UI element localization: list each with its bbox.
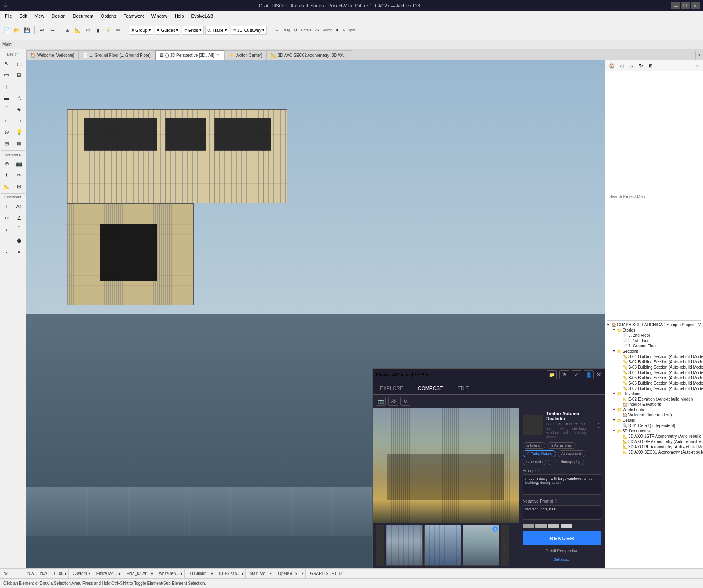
left-tool-label[interactable]: A↑ [13, 201, 25, 212]
left-tool-orbit[interactable]: ⊕ [1, 158, 12, 169]
evolve-tab-edit[interactable]: EDIT [450, 383, 476, 394]
left-tool-camera[interactable]: 📷 [13, 158, 25, 169]
menu-item-document[interactable]: Document [70, 13, 97, 19]
tab-action-center[interactable]: ⚡ [Action Center] [224, 50, 267, 60]
tree-interior-elevations[interactable]: 🏠 Interior Elevations [605, 402, 703, 407]
status-graphisoft-id[interactable]: GRAPHISOFT ID [308, 569, 343, 578]
style-more-btn[interactable]: ⋮ [596, 422, 601, 428]
left-tool-mesh[interactable]: ⊞ [1, 138, 12, 149]
rp-refresh-btn[interactable]: ↻ [636, 62, 645, 70]
tab-ground-floor[interactable]: 📄 1. Ground Floor [1. Ground Floor] [79, 50, 155, 60]
tag-film-photography[interactable]: Film Photography [548, 459, 584, 465]
left-tool-section[interactable]: ✂ [13, 169, 25, 180]
tree-root[interactable]: ▼ 🏠 GRAPHISOFT ARCHICAD Sample Project -… [605, 322, 703, 327]
left-tool-curtainwall[interactable]: ⊟ [13, 69, 25, 80]
tree-worksheets[interactable]: ▼ 📁 Worksheets [605, 407, 703, 412]
cutaway-dropdown[interactable]: ✂ 3D Cutaway ▾ [231, 26, 267, 35]
prompt-help-icon[interactable]: ? [537, 468, 540, 473]
menu-item-design[interactable]: Design [48, 13, 69, 19]
left-tool-poly[interactable]: ⬟ [13, 235, 25, 246]
toolbar-new[interactable]: 📄 [2, 26, 11, 35]
tree-s05[interactable]: 📏 S-05 Building Section (Auto-rebuild Mo… [605, 375, 703, 381]
toolbar-redo[interactable]: ↪ [47, 26, 57, 35]
tree-elevations[interactable]: ▼ 📁 Elevations [605, 391, 703, 396]
building-arrow[interactable]: ▾ [211, 571, 213, 576]
toolbar-open[interactable]: 📂 [12, 26, 22, 35]
guides-dropdown[interactable]: ⊕ Guides ▾ [155, 26, 181, 35]
toolbar-wireframe[interactable]: ▭ [83, 26, 93, 35]
tree-3d-axo-gf[interactable]: 📐 3D AXO GF Axonometry (Auto-rebuild Mod… [605, 439, 703, 444]
toolbar-save[interactable]: 💾 [22, 26, 32, 35]
tab-3d-perspective[interactable]: 🖼 (i) 3D Perspective [3D / All] ✕ [155, 50, 224, 60]
project-search-input[interactable] [607, 73, 701, 321]
opengl-arrow[interactable]: ▾ [302, 571, 304, 576]
left-tool-arc[interactable]: ⌒ [13, 224, 25, 234]
tab-3d-axo[interactable]: 📐 3D AXO SEC02 Axonometry [3D AX...] [267, 50, 352, 60]
tree-2nd-floor[interactable]: 📄 3. 2nd Floor [605, 333, 703, 338]
rp-expand-btn[interactable]: ⊞ [646, 62, 655, 70]
toolbar-multiply[interactable]: ✦ [332, 26, 342, 35]
tag-cinematic[interactable]: Cinematic [523, 459, 546, 465]
tag-atmospheric[interactable]: Atmospheric [558, 450, 585, 457]
left-tool-spline[interactable]: ~ [1, 235, 12, 246]
tree-sections[interactable]: ▼ 📁 Sections [605, 349, 703, 354]
left-tool-lamp[interactable]: 💡 [13, 127, 25, 137]
em-arrow[interactable]: ▾ [118, 571, 120, 576]
toolbar-solid[interactable]: ▮ [93, 26, 103, 35]
tree-s04[interactable]: 📏 S-04 Building Section (Auto-rebuild Mo… [605, 370, 703, 375]
toolbar-magic-wand[interactable]: 🪄 [103, 26, 113, 35]
toolbar-undo[interactable]: ↩ [37, 26, 47, 35]
left-tool-fill[interactable]: ▪ [1, 247, 12, 257]
left-tool-shell[interactable]: ⌒ [1, 104, 12, 114]
left-tool-text[interactable]: T [1, 201, 12, 212]
wr-arrow[interactable]: ▾ [180, 571, 182, 576]
thumb-next-btn[interactable]: › [501, 525, 509, 566]
left-tool-select[interactable]: ↖ [1, 58, 12, 69]
evolve-settings-btn[interactable]: ⚙ [559, 370, 569, 379]
scale-arrow[interactable]: ▾ [65, 571, 67, 576]
thumb-prev-btn[interactable]: ‹ [376, 525, 384, 566]
tree-d01[interactable]: 🔍 D-01 Detail (Independent) [605, 423, 703, 428]
thumbnail-3[interactable]: 1 [463, 525, 499, 566]
menu-item-window[interactable]: Window [148, 13, 171, 19]
rp-forward-btn[interactable]: ▷ [627, 62, 636, 70]
evolve-close-icon[interactable]: ✕ [596, 371, 601, 379]
left-tool-marquee[interactable]: ⬚ [13, 58, 25, 69]
restore-button[interactable]: ❐ [681, 2, 690, 9]
tree-3d-axo-sec01[interactable]: 📐 3D AXO SEC01 Axonometry (Auto-rebuild … [605, 450, 703, 455]
menu-item-evolvelb[interactable]: EvolveL&B [188, 13, 217, 19]
left-tool-morph[interactable]: ◈ [13, 104, 25, 114]
menu-item-help[interactable]: Help [171, 13, 187, 19]
tree-ground-floor[interactable]: 📄 1. Ground Floor [605, 343, 703, 349]
tab-overflow[interactable]: ▾ [695, 51, 703, 60]
left-tool-column[interactable]: | [1, 81, 12, 91]
rp-back-btn[interactable]: ◁ [617, 62, 626, 70]
toolbar-3d[interactable]: 📐 [73, 26, 82, 35]
thumbnail-1[interactable] [386, 525, 423, 566]
toolbar-rotate[interactable]: ↺ [291, 26, 300, 35]
grids-dropdown[interactable]: # Grids ▾ [182, 26, 203, 35]
tree-s07[interactable]: 📏 S-07 Building Section (Auto-rebuild Mo… [605, 386, 703, 391]
menu-item-options[interactable]: Options [98, 13, 120, 19]
tag-is-interior[interactable]: Is Interior [523, 442, 545, 449]
neg-prompt-help-icon[interactable]: ? [554, 499, 557, 503]
toolbar-2d[interactable]: ⊞ [62, 26, 72, 35]
render-button[interactable]: RENDER [523, 531, 601, 545]
evolve-folder-btn[interactable]: 📁 [547, 370, 557, 379]
tag-turbo-nature[interactable]: ✓ Turbo Nature [523, 450, 556, 457]
toolbar-mirror[interactable]: ⇔ [312, 26, 322, 35]
left-tool-window[interactable]: ⊐ [13, 115, 25, 126]
left-tool-object[interactable]: ⊕ [1, 127, 12, 137]
left-tool-elevation[interactable]: 📐 [1, 181, 12, 192]
existing-arrow[interactable]: ▾ [242, 571, 244, 576]
left-tool-wall[interactable]: ▭ [1, 69, 12, 80]
left-tool-beam[interactable]: — [13, 81, 25, 91]
trace-dropdown[interactable]: ◎ Trace ▾ [205, 26, 229, 35]
tab-3d-close[interactable]: ✕ [216, 53, 220, 58]
tree-3d-documents[interactable]: ▼ 📁 3D Documents [605, 428, 703, 434]
left-tool-roof[interactable]: △ [13, 92, 25, 103]
tree-welcome[interactable]: 🏠 Welcome (Independent) [605, 412, 703, 418]
layer-arrow[interactable]: ▾ [151, 571, 153, 576]
custom-arrow[interactable]: ▾ [88, 571, 90, 576]
menu-item-view[interactable]: View [31, 13, 48, 19]
